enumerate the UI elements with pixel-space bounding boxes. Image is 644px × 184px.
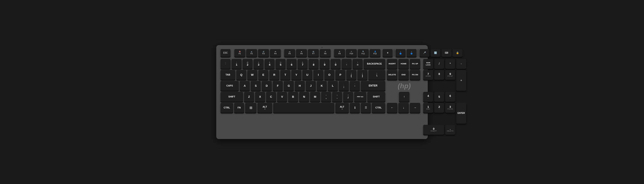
key-f12[interactable]: 👤F12 bbox=[370, 49, 380, 57]
key-p[interactable]: P bbox=[336, 70, 345, 80]
key-4[interactable]: $4 bbox=[264, 59, 274, 69]
key-caps-lock[interactable]: CAPS bbox=[220, 81, 239, 91]
key-period[interactable]: >. bbox=[332, 92, 342, 102]
key-equals[interactable]: += bbox=[353, 59, 362, 69]
key-space[interactable] bbox=[273, 103, 334, 113]
key-win[interactable]: ⊞ bbox=[245, 103, 256, 113]
key-mic[interactable]: 🎤 bbox=[420, 49, 430, 57]
key-f2[interactable]: 🔉F2 bbox=[246, 49, 257, 57]
key-num-3[interactable]: 3PG DN bbox=[445, 103, 455, 113]
key-f3[interactable]: 🔊F3 bbox=[258, 49, 269, 57]
key-f11[interactable]: 🔍F11 bbox=[358, 49, 368, 57]
key-enter[interactable]: ENTER bbox=[361, 81, 385, 91]
key-i[interactable]: I bbox=[313, 70, 323, 80]
key-r[interactable]: R bbox=[269, 70, 279, 80]
key-7[interactable]: &7 bbox=[298, 59, 308, 69]
key-arrow-down[interactable]: ↓ bbox=[398, 103, 409, 113]
key-alt-right[interactable]: ALT ⌘ bbox=[336, 103, 349, 113]
key-num-dot[interactable]: .DELETE bbox=[445, 125, 455, 135]
key-f7[interactable]: 📷F7 bbox=[308, 49, 319, 57]
key-6[interactable]: ^6 bbox=[286, 59, 296, 69]
key-f5[interactable]: ▬F5 bbox=[284, 49, 295, 57]
key-0[interactable]: )0 bbox=[331, 59, 340, 69]
key-pgdn[interactable]: PG DN bbox=[410, 70, 420, 80]
key-j[interactable]: J bbox=[306, 81, 316, 91]
key-calc[interactable]: 🔢 bbox=[430, 49, 440, 57]
key-prtsc[interactable]: PRT SC bbox=[354, 92, 366, 102]
key-num-2[interactable]: 2↓ bbox=[434, 103, 444, 113]
key-pgup[interactable]: PG UP bbox=[410, 59, 420, 69]
key-bt2[interactable]: 2🔵 bbox=[406, 49, 416, 57]
key-h[interactable]: H bbox=[295, 81, 305, 91]
key-k[interactable]: K bbox=[317, 81, 327, 91]
key-w[interactable]: W bbox=[247, 70, 257, 80]
key-9[interactable]: (9 bbox=[320, 59, 330, 69]
key-delete[interactable]: DELETE bbox=[387, 70, 397, 80]
key-backtick[interactable]: ~` bbox=[220, 59, 230, 69]
key-m[interactable]: M bbox=[310, 92, 320, 102]
key-alt-left[interactable]: ALT ⌘ bbox=[258, 103, 272, 113]
key-shift-left[interactable]: SHIFT bbox=[220, 92, 243, 102]
key-fn[interactable]: FN bbox=[234, 103, 244, 113]
key-bt1[interactable]: 1🔵 bbox=[396, 49, 406, 57]
key-s[interactable]: S bbox=[251, 81, 261, 91]
key-y[interactable]: Y bbox=[291, 70, 301, 80]
key-backslash[interactable]: |\ bbox=[368, 70, 385, 80]
key-num-5[interactable]: 5 bbox=[434, 92, 444, 102]
key-comma[interactable]: <, bbox=[321, 92, 331, 102]
key-end[interactable]: END bbox=[398, 70, 409, 80]
key-shift-right[interactable]: SHIFT bbox=[367, 92, 385, 102]
key-a[interactable]: A bbox=[240, 81, 250, 91]
key-num-minus[interactable]: - bbox=[456, 59, 466, 69]
key-8[interactable]: *8 bbox=[308, 59, 318, 69]
key-lock[interactable]: 🔒 bbox=[452, 49, 462, 57]
key-semicolon[interactable]: :; bbox=[339, 81, 349, 91]
key-menu[interactable]: ☰ bbox=[361, 103, 371, 113]
key-n[interactable]: N bbox=[299, 92, 309, 102]
key-q[interactable]: Q bbox=[236, 70, 246, 80]
key-info[interactable]: ℹ bbox=[350, 103, 360, 113]
key-esc[interactable]: ESC bbox=[220, 49, 230, 57]
key-home[interactable]: HOME bbox=[398, 59, 409, 69]
key-ctrl-left[interactable]: CTRL bbox=[220, 103, 233, 113]
key-d[interactable]: D bbox=[262, 81, 272, 91]
key-num-slash[interactable]: / bbox=[434, 59, 444, 69]
key-quote[interactable]: "' bbox=[350, 81, 360, 91]
key-u[interactable]: U bbox=[302, 70, 312, 80]
key-num-enter[interactable]: ENTER bbox=[456, 103, 466, 124]
key-f1[interactable]: 🔇F1 bbox=[234, 49, 245, 57]
key-numlock[interactable]: NUMLOCK bbox=[423, 59, 433, 69]
key-insert[interactable]: INSERT bbox=[387, 59, 397, 69]
key-c[interactable]: C bbox=[266, 92, 276, 102]
key-x[interactable]: X bbox=[255, 92, 265, 102]
key-g[interactable]: G bbox=[284, 81, 294, 91]
key-5[interactable]: %5 bbox=[276, 59, 286, 69]
key-2[interactable]: @2 bbox=[242, 59, 252, 69]
key-backspace[interactable]: BACKSPACE bbox=[364, 59, 385, 69]
key-3[interactable]: #3 bbox=[254, 59, 264, 69]
key-num-asterisk[interactable]: * bbox=[445, 59, 455, 69]
key-num-plus[interactable]: + bbox=[456, 70, 466, 91]
key-f4[interactable]: ⏮F4 bbox=[270, 49, 281, 57]
key-b[interactable]: B bbox=[288, 92, 298, 102]
key-num-9[interactable]: 9PG UP bbox=[445, 70, 455, 80]
key-rbracket[interactable]: }] bbox=[358, 70, 367, 80]
key-f[interactable]: F bbox=[273, 81, 283, 91]
key-num-0[interactable]: 0INSERT bbox=[423, 125, 444, 135]
key-screen[interactable]: 🖥 bbox=[383, 49, 392, 57]
key-f6[interactable]: ▶F6 bbox=[296, 49, 307, 57]
key-tab[interactable]: TAB bbox=[220, 70, 235, 80]
key-slash[interactable]: ?/ bbox=[343, 92, 353, 102]
key-arrow-up[interactable]: ↑ bbox=[399, 92, 410, 102]
key-num-7[interactable]: 7HOME bbox=[423, 70, 433, 80]
key-num-8[interactable]: 8↑ bbox=[434, 70, 444, 80]
key-f9[interactable]: 🖥F9 bbox=[334, 49, 345, 57]
key-arrow-right[interactable]: → bbox=[410, 103, 420, 113]
key-1[interactable]: !1 bbox=[232, 59, 242, 69]
key-v[interactable]: V bbox=[277, 92, 287, 102]
key-t[interactable]: T bbox=[280, 70, 290, 80]
key-keyboard-icon[interactable]: ⌨ bbox=[442, 49, 452, 57]
key-z[interactable]: Z bbox=[244, 92, 254, 102]
key-f8[interactable]: 🖥F8 bbox=[320, 49, 331, 57]
key-minus[interactable]: _- bbox=[342, 59, 352, 69]
